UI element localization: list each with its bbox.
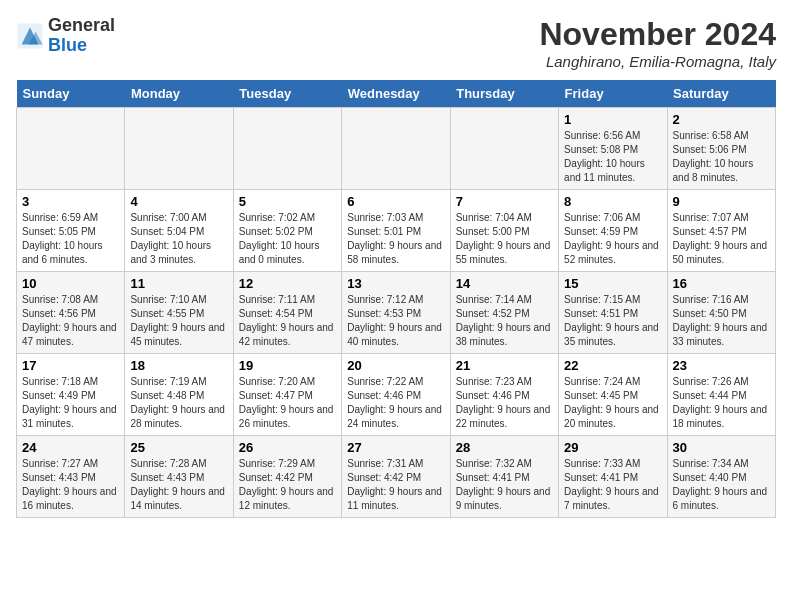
calendar-week-row: 1Sunrise: 6:56 AM Sunset: 5:08 PM Daylig… [17,108,776,190]
calendar-cell: 15Sunrise: 7:15 AM Sunset: 4:51 PM Dayli… [559,272,667,354]
day-info: Sunrise: 7:00 AM Sunset: 5:04 PM Dayligh… [130,211,227,267]
day-info: Sunrise: 7:22 AM Sunset: 4:46 PM Dayligh… [347,375,444,431]
day-info: Sunrise: 7:28 AM Sunset: 4:43 PM Dayligh… [130,457,227,513]
calendar-week-row: 3Sunrise: 6:59 AM Sunset: 5:05 PM Daylig… [17,190,776,272]
day-info: Sunrise: 7:19 AM Sunset: 4:48 PM Dayligh… [130,375,227,431]
calendar-cell [342,108,450,190]
day-number: 15 [564,276,661,291]
calendar-cell: 23Sunrise: 7:26 AM Sunset: 4:44 PM Dayli… [667,354,775,436]
day-info: Sunrise: 7:12 AM Sunset: 4:53 PM Dayligh… [347,293,444,349]
calendar-table: SundayMondayTuesdayWednesdayThursdayFrid… [16,80,776,518]
calendar-cell: 10Sunrise: 7:08 AM Sunset: 4:56 PM Dayli… [17,272,125,354]
day-info: Sunrise: 7:02 AM Sunset: 5:02 PM Dayligh… [239,211,336,267]
calendar-cell [233,108,341,190]
day-number: 2 [673,112,770,127]
day-info: Sunrise: 6:56 AM Sunset: 5:08 PM Dayligh… [564,129,661,185]
logo: General Blue [16,16,115,56]
calendar-cell: 12Sunrise: 7:11 AM Sunset: 4:54 PM Dayli… [233,272,341,354]
calendar-cell: 8Sunrise: 7:06 AM Sunset: 4:59 PM Daylig… [559,190,667,272]
day-info: Sunrise: 7:31 AM Sunset: 4:42 PM Dayligh… [347,457,444,513]
title-block: November 2024 Langhirano, Emilia-Romagna… [539,16,776,70]
calendar-cell: 7Sunrise: 7:04 AM Sunset: 5:00 PM Daylig… [450,190,558,272]
calendar-day-header: Friday [559,80,667,108]
day-info: Sunrise: 7:10 AM Sunset: 4:55 PM Dayligh… [130,293,227,349]
day-number: 12 [239,276,336,291]
day-number: 10 [22,276,119,291]
day-number: 30 [673,440,770,455]
day-info: Sunrise: 7:24 AM Sunset: 4:45 PM Dayligh… [564,375,661,431]
day-number: 28 [456,440,553,455]
day-number: 16 [673,276,770,291]
day-info: Sunrise: 7:29 AM Sunset: 4:42 PM Dayligh… [239,457,336,513]
calendar-cell: 25Sunrise: 7:28 AM Sunset: 4:43 PM Dayli… [125,436,233,518]
day-info: Sunrise: 7:23 AM Sunset: 4:46 PM Dayligh… [456,375,553,431]
day-info: Sunrise: 7:27 AM Sunset: 4:43 PM Dayligh… [22,457,119,513]
day-info: Sunrise: 6:59 AM Sunset: 5:05 PM Dayligh… [22,211,119,267]
calendar-day-header: Tuesday [233,80,341,108]
day-info: Sunrise: 7:07 AM Sunset: 4:57 PM Dayligh… [673,211,770,267]
day-number: 29 [564,440,661,455]
page-header: General Blue November 2024 Langhirano, E… [16,16,776,70]
calendar-cell [450,108,558,190]
day-info: Sunrise: 7:34 AM Sunset: 4:40 PM Dayligh… [673,457,770,513]
day-number: 17 [22,358,119,373]
calendar-cell: 17Sunrise: 7:18 AM Sunset: 4:49 PM Dayli… [17,354,125,436]
day-number: 19 [239,358,336,373]
day-number: 1 [564,112,661,127]
calendar-cell: 14Sunrise: 7:14 AM Sunset: 4:52 PM Dayli… [450,272,558,354]
calendar-cell: 22Sunrise: 7:24 AM Sunset: 4:45 PM Dayli… [559,354,667,436]
calendar-cell: 30Sunrise: 7:34 AM Sunset: 4:40 PM Dayli… [667,436,775,518]
calendar-cell: 20Sunrise: 7:22 AM Sunset: 4:46 PM Dayli… [342,354,450,436]
day-info: Sunrise: 7:08 AM Sunset: 4:56 PM Dayligh… [22,293,119,349]
month-title: November 2024 [539,16,776,53]
day-number: 14 [456,276,553,291]
calendar-cell: 6Sunrise: 7:03 AM Sunset: 5:01 PM Daylig… [342,190,450,272]
day-info: Sunrise: 7:26 AM Sunset: 4:44 PM Dayligh… [673,375,770,431]
calendar-day-header: Wednesday [342,80,450,108]
calendar-cell: 29Sunrise: 7:33 AM Sunset: 4:41 PM Dayli… [559,436,667,518]
logo-blue-text: Blue [48,35,87,55]
day-info: Sunrise: 6:58 AM Sunset: 5:06 PM Dayligh… [673,129,770,185]
day-info: Sunrise: 7:06 AM Sunset: 4:59 PM Dayligh… [564,211,661,267]
calendar-header-row: SundayMondayTuesdayWednesdayThursdayFrid… [17,80,776,108]
day-info: Sunrise: 7:16 AM Sunset: 4:50 PM Dayligh… [673,293,770,349]
day-number: 6 [347,194,444,209]
day-number: 27 [347,440,444,455]
day-number: 18 [130,358,227,373]
location-title: Langhirano, Emilia-Romagna, Italy [539,53,776,70]
day-number: 25 [130,440,227,455]
day-number: 20 [347,358,444,373]
day-info: Sunrise: 7:32 AM Sunset: 4:41 PM Dayligh… [456,457,553,513]
day-number: 8 [564,194,661,209]
calendar-cell: 28Sunrise: 7:32 AM Sunset: 4:41 PM Dayli… [450,436,558,518]
calendar-cell: 18Sunrise: 7:19 AM Sunset: 4:48 PM Dayli… [125,354,233,436]
day-number: 11 [130,276,227,291]
calendar-cell: 11Sunrise: 7:10 AM Sunset: 4:55 PM Dayli… [125,272,233,354]
day-info: Sunrise: 7:15 AM Sunset: 4:51 PM Dayligh… [564,293,661,349]
day-number: 9 [673,194,770,209]
day-number: 24 [22,440,119,455]
day-info: Sunrise: 7:11 AM Sunset: 4:54 PM Dayligh… [239,293,336,349]
calendar-week-row: 10Sunrise: 7:08 AM Sunset: 4:56 PM Dayli… [17,272,776,354]
calendar-cell: 5Sunrise: 7:02 AM Sunset: 5:02 PM Daylig… [233,190,341,272]
day-info: Sunrise: 7:20 AM Sunset: 4:47 PM Dayligh… [239,375,336,431]
logo-general-text: General [48,15,115,35]
calendar-cell: 27Sunrise: 7:31 AM Sunset: 4:42 PM Dayli… [342,436,450,518]
calendar-cell [125,108,233,190]
calendar-cell: 13Sunrise: 7:12 AM Sunset: 4:53 PM Dayli… [342,272,450,354]
calendar-day-header: Monday [125,80,233,108]
calendar-cell: 19Sunrise: 7:20 AM Sunset: 4:47 PM Dayli… [233,354,341,436]
day-info: Sunrise: 7:03 AM Sunset: 5:01 PM Dayligh… [347,211,444,267]
calendar-cell: 24Sunrise: 7:27 AM Sunset: 4:43 PM Dayli… [17,436,125,518]
day-number: 23 [673,358,770,373]
day-number: 5 [239,194,336,209]
day-info: Sunrise: 7:18 AM Sunset: 4:49 PM Dayligh… [22,375,119,431]
day-number: 21 [456,358,553,373]
logo-icon [16,22,44,50]
calendar-cell: 3Sunrise: 6:59 AM Sunset: 5:05 PM Daylig… [17,190,125,272]
calendar-cell: 9Sunrise: 7:07 AM Sunset: 4:57 PM Daylig… [667,190,775,272]
day-number: 7 [456,194,553,209]
day-number: 22 [564,358,661,373]
day-number: 4 [130,194,227,209]
calendar-cell: 2Sunrise: 6:58 AM Sunset: 5:06 PM Daylig… [667,108,775,190]
